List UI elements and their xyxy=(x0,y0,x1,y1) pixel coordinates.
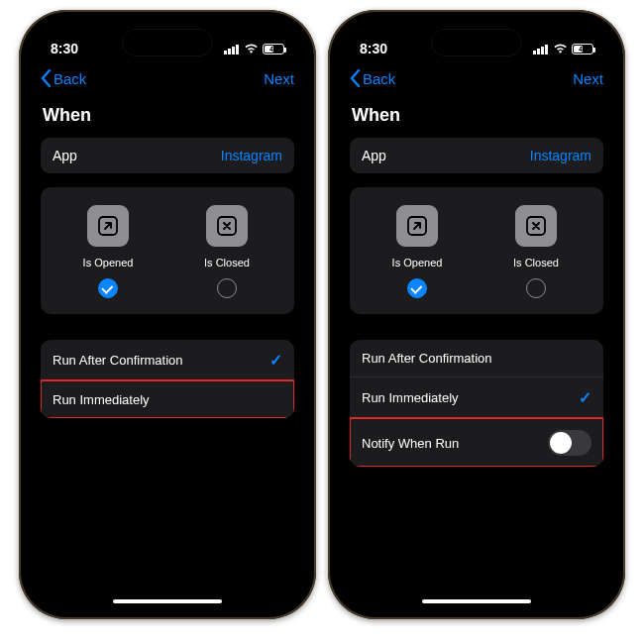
next-button[interactable]: Next xyxy=(264,70,294,87)
radio-opened[interactable] xyxy=(98,278,118,298)
trigger-is-closed[interactable]: Is Closed xyxy=(483,205,590,298)
dynamic-island xyxy=(432,30,521,55)
radio-closed[interactable] xyxy=(217,278,237,298)
status-time: 8:30 xyxy=(360,41,387,56)
checkmark-icon: ✓ xyxy=(269,351,282,370)
back-button[interactable]: Back xyxy=(350,69,395,87)
iphone-frame-right: 8:30 44 Back Next When App Instagram xyxy=(328,10,625,619)
home-indicator[interactable] xyxy=(113,599,222,603)
svg-rect-8 xyxy=(541,47,544,54)
screen: 8:30 44 Back Next When App Instagram xyxy=(338,20,615,609)
row-run-after-confirmation[interactable]: Run After Confirmation xyxy=(350,340,603,376)
radio-closed[interactable] xyxy=(526,278,546,298)
cellular-icon xyxy=(533,44,549,54)
nav-bar: Back Next xyxy=(29,63,306,95)
back-button[interactable]: Back xyxy=(41,69,86,87)
status-right: 44 xyxy=(533,44,593,54)
row-run-after-confirmation[interactable]: Run After Confirmation ✓ xyxy=(41,340,294,380)
nav-bar: Back Next xyxy=(338,63,615,95)
close-icon xyxy=(515,205,557,247)
trigger-group: Is Opened Is Closed xyxy=(350,187,603,314)
svg-rect-2 xyxy=(232,47,235,54)
wifi-icon xyxy=(553,44,568,54)
arrow-up-right-icon xyxy=(87,205,129,247)
row-label: Run Immediately xyxy=(362,390,459,405)
arrow-up-right-icon xyxy=(396,205,438,247)
svg-rect-6 xyxy=(533,51,536,54)
page-title: When xyxy=(43,105,292,126)
app-row[interactable]: App Instagram xyxy=(350,138,603,173)
trigger-group: Is Opened Is Closed xyxy=(41,187,294,314)
notify-toggle[interactable] xyxy=(548,430,591,456)
back-label: Back xyxy=(363,70,395,87)
trigger-closed-label: Is Closed xyxy=(204,257,250,268)
home-indicator[interactable] xyxy=(422,599,531,603)
trigger-is-closed[interactable]: Is Closed xyxy=(173,205,280,298)
cellular-icon xyxy=(224,44,240,54)
app-row[interactable]: App Instagram xyxy=(41,138,294,173)
trigger-opened-label: Is Opened xyxy=(392,257,443,268)
content: When App Instagram Is Opened Is C xyxy=(29,95,306,609)
row-notify-when-run[interactable]: Notify When Run xyxy=(350,418,603,467)
next-button[interactable]: Next xyxy=(573,70,603,87)
svg-rect-7 xyxy=(537,49,540,54)
svg-rect-0 xyxy=(224,51,227,54)
row-run-immediately[interactable]: Run Immediately xyxy=(41,380,294,418)
battery-icon: 44 xyxy=(263,44,284,54)
page-title: When xyxy=(352,105,601,126)
screen: 8:30 44 Back Next When App Instagram xyxy=(29,20,306,609)
trigger-is-opened[interactable]: Is Opened xyxy=(54,205,161,298)
status-time: 8:30 xyxy=(51,41,78,56)
wifi-icon xyxy=(244,44,259,54)
run-mode-group: Run After Confirmation Run Immediately ✓… xyxy=(350,340,603,467)
app-row-label: App xyxy=(362,148,386,163)
iphone-frame-left: 8:30 44 Back Next When App Instagram xyxy=(19,10,316,619)
content: When App Instagram Is Opened Is C xyxy=(338,95,615,609)
app-row-value: Instagram xyxy=(530,148,591,163)
trigger-is-opened[interactable]: Is Opened xyxy=(364,205,471,298)
status-right: 44 xyxy=(224,44,284,54)
chevron-left-icon xyxy=(41,69,52,87)
row-label: Run After Confirmation xyxy=(362,351,492,366)
svg-rect-3 xyxy=(236,45,239,54)
battery-icon: 44 xyxy=(572,44,593,54)
svg-rect-9 xyxy=(545,45,548,54)
checkmark-icon: ✓ xyxy=(579,388,591,407)
trigger-closed-label: Is Closed xyxy=(513,257,559,268)
app-row-value: Instagram xyxy=(221,148,282,163)
radio-opened[interactable] xyxy=(407,278,427,298)
row-run-immediately[interactable]: Run Immediately ✓ xyxy=(350,376,603,418)
run-mode-group: Run After Confirmation ✓ Run Immediately xyxy=(41,340,294,418)
dynamic-island xyxy=(123,30,212,55)
close-icon xyxy=(206,205,248,247)
app-row-label: App xyxy=(53,148,77,163)
back-label: Back xyxy=(54,70,86,87)
chevron-left-icon xyxy=(350,69,361,87)
trigger-opened-label: Is Opened xyxy=(83,257,134,268)
row-label: Notify When Run xyxy=(362,436,459,451)
row-label: Run Immediately xyxy=(53,392,150,407)
row-label: Run After Confirmation xyxy=(53,353,183,368)
svg-rect-1 xyxy=(228,49,231,54)
